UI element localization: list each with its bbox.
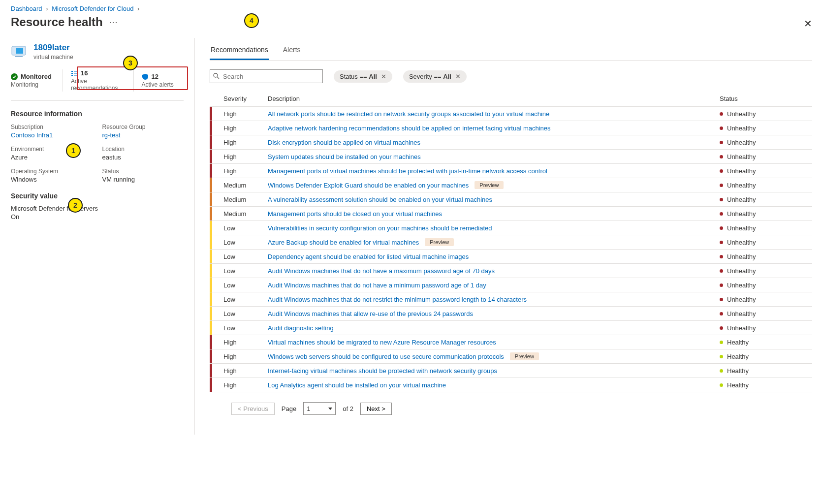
resource-type-label: virtual machine xyxy=(33,54,73,61)
cell-status: Unhealthy xyxy=(727,324,756,332)
table-row[interactable]: HighLog Analytics agent should be instal… xyxy=(210,378,812,392)
chevron-right-icon: › xyxy=(137,5,139,12)
table-row[interactable]: MediumA vulnerability assessment solutio… xyxy=(210,192,812,206)
cell-status: Unhealthy xyxy=(727,296,756,303)
cell-severity: High xyxy=(223,381,268,389)
table-row[interactable]: LowAudit Windows machines that do not ha… xyxy=(210,263,812,278)
annotation-callout-4: 4 xyxy=(244,13,259,28)
kpi-active-recommendations[interactable]: 16 Active recommendations xyxy=(63,69,133,92)
table-row[interactable]: LowVulnerabilities in security configura… xyxy=(210,220,812,235)
previous-button[interactable]: < Previous xyxy=(231,403,275,415)
status-dot-icon xyxy=(720,341,723,344)
chevron-right-icon: › xyxy=(46,5,48,12)
recommendation-link[interactable]: Audit Windows machines that allow re-use… xyxy=(268,310,473,317)
breadcrumb-item[interactable]: Microsoft Defender for Cloud xyxy=(52,5,133,12)
next-button[interactable]: Next > xyxy=(360,403,392,415)
table-row[interactable]: HighVirtual machines should be migrated … xyxy=(210,335,812,349)
table-row[interactable]: LowDependency agent should be enabled fo… xyxy=(210,249,812,263)
recommendation-link[interactable]: Vulnerabilities in security configuratio… xyxy=(268,224,492,232)
recommendation-link[interactable]: Audit Windows machines that do not have … xyxy=(268,267,495,275)
cell-status: Healthy xyxy=(727,381,749,389)
recommendation-link[interactable]: A vulnerability assessment solution shou… xyxy=(268,196,492,203)
table-row[interactable]: HighAdaptive network hardening recommend… xyxy=(210,121,812,135)
recommendation-link[interactable]: Audit Windows machines that do not have … xyxy=(268,282,486,289)
recommendation-link[interactable]: Log Analytics agent should be installed … xyxy=(268,381,446,389)
close-icon[interactable]: ✕ xyxy=(455,73,461,80)
cell-severity: Low xyxy=(223,296,268,303)
svg-point-4 xyxy=(214,73,218,77)
cell-severity: Medium xyxy=(223,196,268,203)
table-row[interactable]: MediumManagement ports should be closed … xyxy=(210,206,812,220)
cell-severity: Medium xyxy=(223,182,268,189)
cell-status: Healthy xyxy=(727,367,749,375)
preview-badge: Preview xyxy=(510,352,539,360)
status-dot-icon xyxy=(720,141,723,144)
tab-recommendations[interactable]: Recommendations xyxy=(210,41,269,60)
search-input[interactable] xyxy=(210,69,323,83)
status-dot-icon xyxy=(720,298,723,301)
table-row[interactable]: HighAll network ports should be restrict… xyxy=(210,106,812,121)
status-dot-icon xyxy=(720,112,723,116)
table-row[interactable]: LowAzure Backup should be enabled for vi… xyxy=(210,235,812,249)
cell-status: Unhealthy xyxy=(727,139,756,146)
close-icon[interactable]: ✕ xyxy=(804,18,812,30)
recommendation-link[interactable]: Virtual machines should be migrated to n… xyxy=(268,339,496,346)
filter-pill-status[interactable]: Status == All ✕ xyxy=(334,70,392,83)
severity-bar xyxy=(210,207,212,220)
value-resource-group[interactable]: rg-test xyxy=(102,131,184,139)
table-row[interactable]: LowAudit Windows machines that allow re-… xyxy=(210,306,812,320)
tab-alerts[interactable]: Alerts xyxy=(282,41,302,60)
cell-severity: High xyxy=(223,110,268,118)
table-row[interactable]: LowAudit Windows machines that do not ha… xyxy=(210,278,812,292)
recommendation-link[interactable]: Adaptive network hardening recommendatio… xyxy=(268,125,551,132)
table-row[interactable]: MediumWindows Defender Exploit Guard sho… xyxy=(210,178,812,192)
table-row[interactable]: HighManagement ports of virtual machines… xyxy=(210,163,812,178)
recommendation-link[interactable]: Management ports of virtual machines sho… xyxy=(268,167,547,175)
label-os: Operating System xyxy=(11,168,93,175)
cell-status: Unhealthy xyxy=(727,282,756,289)
filter-pill-severity[interactable]: Severity == All ✕ xyxy=(403,70,467,83)
table-row[interactable]: LowAudit Windows machines that do not re… xyxy=(210,292,812,306)
cell-status: Unhealthy xyxy=(727,310,756,317)
recommendation-link[interactable]: Windows Defender Exploit Guard should be… xyxy=(268,182,469,189)
recommendation-link[interactable]: System updates should be installed on yo… xyxy=(268,153,421,160)
close-icon[interactable]: ✕ xyxy=(381,73,386,80)
recommendation-link[interactable]: Internet-facing virtual machines should … xyxy=(268,367,497,375)
column-severity[interactable]: Severity xyxy=(223,95,268,102)
cell-severity: High xyxy=(223,339,268,346)
table-row[interactable]: HighInternet-facing virtual machines sho… xyxy=(210,363,812,378)
recommendation-link[interactable]: Azure Backup should be enabled for virtu… xyxy=(268,239,419,246)
recommendation-link[interactable]: Audit Windows machines that do not restr… xyxy=(268,296,527,303)
table-row[interactable]: HighSystem updates should be installed o… xyxy=(210,149,812,163)
chevron-down-icon xyxy=(328,408,332,410)
table-row[interactable]: HighDisk encryption should be applied on… xyxy=(210,135,812,149)
severity-bar xyxy=(210,150,212,163)
status-dot-icon xyxy=(720,369,723,373)
severity-bar xyxy=(210,349,212,363)
more-icon[interactable]: ⋯ xyxy=(109,17,118,28)
recommendation-link[interactable]: All network ports should be restricted o… xyxy=(268,110,549,118)
severity-bar xyxy=(210,235,212,249)
severity-bar xyxy=(210,250,212,263)
cell-severity: Low xyxy=(223,310,268,317)
annotation-callout-1: 1 xyxy=(66,143,81,158)
value-subscription[interactable]: Contoso Infra1 xyxy=(11,131,93,139)
recommendation-link[interactable]: Management ports should be closed on you… xyxy=(268,210,442,218)
search-field[interactable] xyxy=(210,69,323,83)
cell-status: Unhealthy xyxy=(727,253,756,260)
severity-bar xyxy=(210,364,212,378)
resource-name-link[interactable]: 1809later xyxy=(33,43,73,53)
recommendation-link[interactable]: Audit diagnostic setting xyxy=(268,324,334,332)
recommendation-link[interactable]: Dependency agent should be enabled for l… xyxy=(268,253,469,260)
breadcrumb-item[interactable]: Dashboard xyxy=(11,5,42,12)
kpi-active-alerts[interactable]: 12 Active alerts xyxy=(133,69,184,92)
table-row[interactable]: HighWindows web servers should be config… xyxy=(210,349,812,363)
recommendation-link[interactable]: Disk encryption should be applied on vir… xyxy=(268,139,420,146)
column-description[interactable]: Description xyxy=(268,95,720,102)
value-location: eastus xyxy=(102,154,184,161)
page-select[interactable]: 1 xyxy=(303,402,336,415)
table-row[interactable]: LowAudit diagnostic settingUnhealthy xyxy=(210,320,812,335)
recommendation-link[interactable]: Windows web servers should be configured… xyxy=(268,353,504,360)
column-status[interactable]: Status xyxy=(720,95,798,102)
annotation-callout-2: 2 xyxy=(68,198,83,213)
